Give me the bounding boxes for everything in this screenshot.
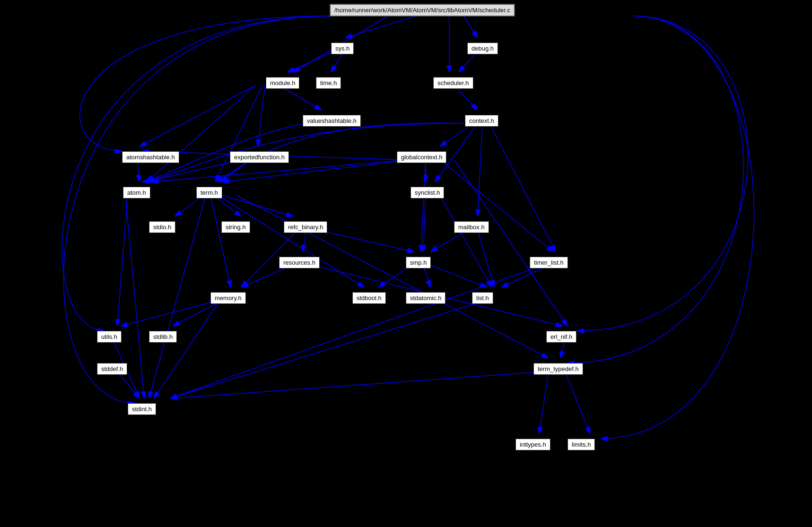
stdbool-h-node: stdbool.h bbox=[352, 292, 386, 304]
memory-h-node: memory.h bbox=[210, 292, 246, 304]
exportedfunction-h-node: exportedfunction.h bbox=[230, 151, 289, 163]
globalcontext-h-node: globalcontext.h bbox=[397, 151, 446, 163]
scheduler-h-node: scheduler.h bbox=[433, 77, 473, 89]
inttypes-h-node: inttypes.h bbox=[515, 439, 550, 450]
list-h-node: list.h bbox=[472, 292, 493, 304]
synclist-h-node: synclist.h bbox=[410, 187, 444, 199]
term-h-node: term.h bbox=[196, 187, 222, 199]
utils-h-node: utils.h bbox=[97, 331, 122, 343]
valueshashtable-h-node: valueshashtable.h bbox=[303, 115, 361, 127]
scheduler-c-node: /home/runner/work/AtomVM/AtomVM/src/libA… bbox=[330, 4, 515, 17]
stddef-h-node: stddef.h bbox=[97, 363, 127, 375]
atomshashtable-h-node: atomshashtable.h bbox=[122, 151, 179, 163]
module-h-node: module.h bbox=[266, 77, 299, 89]
limits-h-node: limits.h bbox=[568, 439, 595, 450]
term-typedef-h-node: term_typedef.h bbox=[533, 363, 583, 375]
stdatomic-h-node: stdatomic.h bbox=[406, 292, 445, 304]
stdio-h-node: stdio.h bbox=[149, 221, 175, 233]
smp-h-node: smp.h bbox=[406, 257, 431, 268]
atom-h-node: atom.h bbox=[123, 187, 150, 199]
time-h-node: time.h bbox=[316, 77, 341, 89]
mailbox-h-node: mailbox.h bbox=[454, 221, 489, 233]
sys-h-node: sys.h bbox=[331, 43, 354, 54]
context-h-node: context.h bbox=[465, 115, 498, 127]
erl-nif-h-node: erl_nif.h bbox=[546, 331, 576, 343]
refc-binary-h-node: refc_binary.h bbox=[284, 221, 327, 233]
string-h-node: string.h bbox=[221, 221, 250, 233]
resources-h-node: resources.h bbox=[279, 257, 320, 268]
timer-list-h-node: timer_list.h bbox=[530, 257, 568, 268]
debug-h-node: debug.h bbox=[467, 43, 498, 54]
stdint-h-node: stdint.h bbox=[128, 403, 156, 415]
stdlib-h-node: stdlib.h bbox=[149, 331, 177, 343]
